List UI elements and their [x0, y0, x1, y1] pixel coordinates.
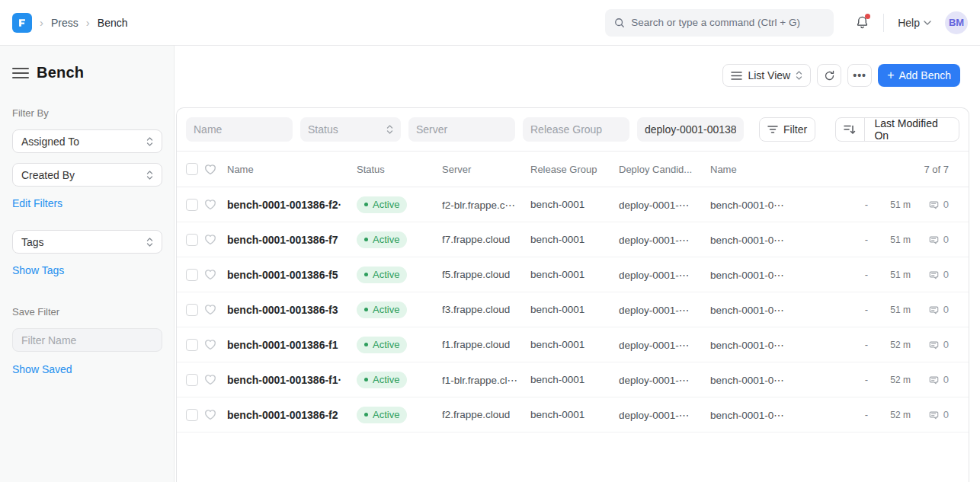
column-header-release-group: Release Group — [530, 164, 619, 175]
status-dot-icon — [364, 308, 368, 311]
tags-select[interactable]: Tags — [12, 230, 162, 254]
tags-label: Tags — [21, 236, 44, 248]
search-input[interactable] — [631, 17, 825, 28]
help-menu[interactable]: Help — [898, 17, 931, 29]
favorite-button[interactable] — [204, 269, 227, 280]
release-group-filter-input[interactable] — [523, 117, 629, 142]
breadcrumb-chevron-icon: › — [86, 16, 90, 29]
command-search[interactable] — [605, 9, 834, 37]
table-row[interactable]: bench-0001-001386-f1· Active f1-blr.frap… — [177, 362, 969, 397]
assignee-placeholder: - — [856, 374, 877, 385]
heart-icon — [204, 269, 216, 280]
header-divider — [883, 14, 884, 32]
refresh-button[interactable] — [817, 64, 841, 87]
row-checkbox[interactable] — [186, 374, 198, 386]
table-row[interactable]: bench-0001-001386-f2 Active f2.frappe.cl… — [177, 397, 969, 433]
notifications-button[interactable] — [855, 15, 870, 30]
release-group-cell: bench-0001 — [530, 304, 619, 315]
last-modified-cell: 52 m — [877, 375, 911, 385]
bench-name: bench-0001-001386-f3 — [227, 304, 357, 316]
release-group-cell: bench-0001 — [530, 409, 619, 420]
sort-button[interactable]: Last Modified On — [835, 117, 959, 142]
table-header-row: Name Status Server Release Group Deploy … — [177, 151, 969, 187]
breadcrumb-press[interactable]: Press — [51, 17, 78, 29]
filter-by-label: Filter By — [12, 107, 162, 119]
name2-cell: bench-0001-0⋯ — [710, 339, 856, 351]
user-avatar[interactable]: BM — [945, 11, 968, 34]
deploy-candidate-filter-input[interactable] — [637, 117, 744, 142]
status-dot-icon — [364, 273, 368, 276]
list-view-button[interactable]: List View — [722, 64, 811, 87]
status-dot-icon — [364, 413, 368, 417]
row-checkbox[interactable] — [186, 304, 198, 316]
status-badge: Active — [357, 302, 407, 318]
row-checkbox[interactable] — [186, 269, 198, 281]
status-dot-icon — [364, 203, 368, 206]
heart-icon — [204, 374, 216, 385]
comment-icon — [928, 339, 940, 350]
chevron-up-down-icon — [386, 124, 393, 135]
comment-icon — [928, 374, 940, 385]
deploy-candidate-cell: deploy-0001-⋯ — [619, 409, 710, 421]
add-bench-button[interactable]: + Add Bench — [878, 64, 960, 87]
name2-cell: bench-0001-0⋯ — [710, 374, 856, 386]
row-checkbox[interactable] — [186, 234, 198, 246]
release-group-cell: bench-0001 — [530, 199, 619, 210]
status-badge: Active — [357, 196, 407, 213]
edit-filters-link[interactable]: Edit Filters — [12, 197, 62, 209]
favorite-button[interactable] — [204, 199, 227, 210]
column-header-deploy-candidate: Deploy Candid... — [619, 164, 710, 175]
chevron-down-icon — [924, 21, 931, 25]
deploy-candidate-cell: deploy-0001-⋯ — [619, 339, 710, 351]
server-filter-input[interactable] — [408, 117, 515, 142]
favorite-button[interactable] — [204, 304, 227, 315]
deploy-candidate-cell: deploy-0001-⋯ — [619, 269, 710, 281]
assigned-to-select[interactable]: Assigned To — [12, 129, 162, 153]
table-row[interactable]: bench-0001-001386-f5 Active f5.frappe.cl… — [177, 257, 969, 292]
comment-count: 0 — [943, 339, 949, 350]
table-row[interactable]: bench-0001-001386-f3 Active f3.frappe.cl… — [177, 292, 969, 327]
deploy-candidate-cell: deploy-0001-⋯ — [619, 234, 710, 246]
table-row[interactable]: bench-0001-001386-f7 Active f7.frappe.cl… — [177, 222, 969, 257]
assignee-placeholder: - — [856, 304, 877, 315]
filter-button[interactable]: Filter — [759, 117, 815, 142]
server-cell: f2-blr.frappe.c⋯ — [442, 199, 530, 211]
table-row[interactable]: bench-0001-001386-f2· Active f2-blr.frap… — [177, 187, 969, 222]
show-saved-link[interactable]: Show Saved — [12, 363, 72, 375]
more-options-button[interactable]: ••• — [847, 64, 872, 87]
favorite-button[interactable] — [204, 234, 227, 245]
assignee-placeholder: - — [856, 409, 877, 420]
status-label: Active — [373, 304, 399, 315]
frappe-logo[interactable] — [12, 13, 32, 33]
sidebar-toggle-button[interactable] — [12, 65, 29, 81]
deploy-candidate-cell: deploy-0001-⋯ — [619, 199, 710, 211]
name2-cell: bench-0001-0⋯ — [710, 304, 856, 316]
assignee-placeholder: - — [856, 199, 877, 210]
name-filter-input[interactable] — [186, 117, 293, 142]
comments-cell: 0 — [911, 304, 959, 315]
row-checkbox[interactable] — [186, 199, 198, 211]
comments-cell: 0 — [911, 269, 959, 280]
page-title: Bench — [37, 64, 84, 81]
filter-name-input[interactable] — [12, 328, 162, 352]
breadcrumb-bench[interactable]: Bench — [98, 17, 128, 29]
status-label: Active — [373, 374, 399, 385]
status-filter-select[interactable]: Status — [300, 117, 401, 142]
favorite-button[interactable] — [204, 339, 227, 350]
table-row[interactable]: bench-0001-001386-f1 Active f1.frappe.cl… — [177, 327, 969, 362]
row-checkbox[interactable] — [186, 339, 198, 351]
created-by-select[interactable]: Created By — [12, 163, 162, 187]
server-cell: f7.frappe.cloud — [442, 234, 530, 245]
comments-cell: 0 — [911, 409, 959, 420]
last-modified-cell: 52 m — [877, 410, 911, 420]
show-tags-link[interactable]: Show Tags — [12, 264, 64, 276]
row-checkbox[interactable] — [186, 409, 198, 421]
frappe-f-icon — [17, 18, 27, 28]
last-modified-cell: 51 m — [877, 200, 911, 210]
last-modified-cell: 52 m — [877, 340, 911, 350]
favorite-button[interactable] — [204, 409, 227, 420]
favorite-button[interactable] — [204, 374, 227, 385]
created-by-label: Created By — [21, 169, 75, 181]
select-all-checkbox[interactable] — [186, 163, 198, 175]
status-dot-icon — [364, 238, 368, 241]
